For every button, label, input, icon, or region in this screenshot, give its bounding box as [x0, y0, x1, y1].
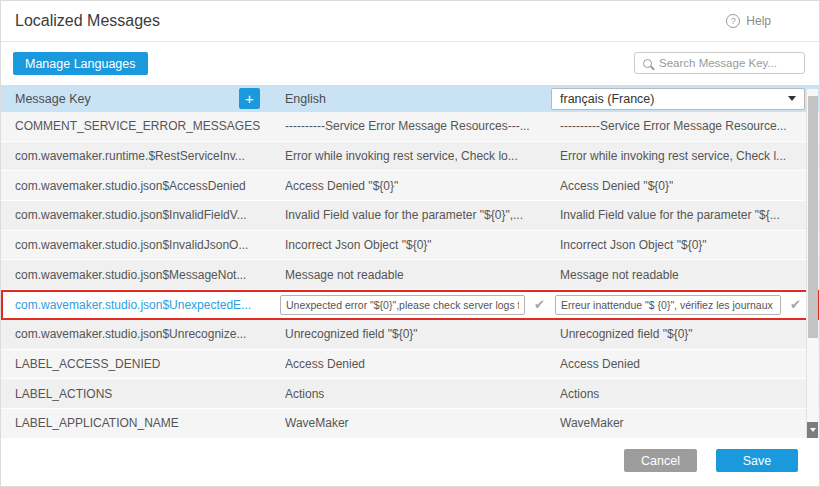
english-value: Message not readable — [285, 268, 404, 282]
table-row[interactable]: com.wavemaker.studio.json$Unrecognize...… — [1, 320, 819, 350]
save-button[interactable]: Save — [716, 449, 798, 472]
message-key: com.wavemaker.studio.json$MessageNot... — [15, 268, 246, 282]
table-header: Message Key + English français (France) — [1, 85, 819, 112]
page-title: Localized Messages — [15, 12, 160, 30]
message-key: com.wavemaker.studio.json$InvalidJsonO..… — [15, 238, 248, 252]
french-value: Incorrect Json Object "${0}" — [560, 238, 707, 252]
language-select[interactable]: français (France) — [551, 88, 805, 110]
message-key: com.wavemaker.studio.json$InvalidFieldV.… — [15, 208, 247, 222]
table-row[interactable]: LABEL_APPLICATION_NAMEWaveMakerWaveMaker — [1, 409, 819, 438]
message-key[interactable]: com.wavemaker.studio.json$UnexpectedE... — [15, 298, 251, 312]
help-label: Help — [746, 14, 771, 28]
french-value: Actions — [560, 387, 599, 401]
titlebar: Localized Messages ? Help — [1, 1, 819, 42]
vertical-scrollbar[interactable] — [806, 89, 818, 438]
table-row[interactable]: COMMENT_SERVICE_ERROR_MESSAGES----------… — [1, 112, 819, 142]
english-value: Invalid Field value for the parameter "$… — [285, 208, 523, 222]
apply-check-icon[interactable]: ✔ — [790, 297, 801, 312]
english-value: Access Denied "${0}" — [285, 179, 398, 193]
english-value: Unrecognized field "${0}" — [285, 327, 418, 341]
help-icon: ? — [726, 14, 740, 28]
chevron-down-icon — [810, 428, 816, 432]
message-key: com.wavemaker.runtime.$RestServiceInv... — [15, 149, 245, 163]
message-key: com.wavemaker.studio.json$Unrecognize... — [15, 327, 246, 341]
chevron-down-icon — [788, 96, 796, 101]
table-row-editing[interactable]: com.wavemaker.studio.json$UnexpectedE...… — [1, 290, 819, 320]
column-header-message-key: Message Key + — [1, 85, 271, 112]
apply-check-icon[interactable]: ✔ — [534, 297, 545, 312]
column-header-language: français (France) — [546, 85, 819, 112]
french-value: Error while invoking rest service, Check… — [560, 149, 786, 163]
messages-table: Message Key + English français (France) … — [1, 85, 819, 438]
search-input[interactable] — [659, 57, 796, 69]
localized-messages-panel: Localized Messages ? Help Manage Languag… — [0, 0, 820, 487]
french-value: WaveMaker — [560, 416, 624, 430]
english-column-label: English — [285, 92, 326, 106]
english-value: Access Denied — [285, 357, 365, 371]
help-link[interactable]: ? Help — [726, 14, 771, 28]
scrollbar-thumb[interactable] — [808, 96, 818, 338]
french-value: Invalid Field value for the parameter "$… — [560, 208, 780, 222]
english-value: Error while invoking rest service, Check… — [285, 149, 518, 163]
english-value: Incorrect Json Object "${0}" — [285, 238, 432, 252]
add-message-key-button[interactable]: + — [239, 88, 260, 109]
french-value: Access Denied "${0}" — [560, 179, 673, 193]
column-header-english: English — [271, 85, 546, 112]
french-value: Access Denied — [560, 357, 640, 371]
table-row[interactable]: com.wavemaker.runtime.$RestServiceInv...… — [1, 142, 819, 172]
french-value: ----------Service Error Message Resource… — [560, 119, 787, 133]
message-key-column-label: Message Key — [15, 92, 91, 106]
table-row[interactable]: com.wavemaker.studio.json$InvalidJsonO..… — [1, 231, 819, 261]
table-body: COMMENT_SERVICE_ERROR_MESSAGES----------… — [1, 112, 819, 438]
table-row[interactable]: com.wavemaker.studio.json$InvalidFieldV.… — [1, 201, 819, 231]
english-value: ----------Service Error Message Resource… — [285, 119, 530, 133]
english-value: WaveMaker — [285, 416, 349, 430]
english-value: Actions — [285, 387, 324, 401]
french-value: Message not readable — [560, 268, 679, 282]
table-row[interactable]: LABEL_ACTIONSActionsActions — [1, 379, 819, 409]
search-icon — [643, 59, 652, 68]
scroll-down-button[interactable] — [807, 422, 818, 438]
french-edit-input[interactable] — [555, 295, 781, 315]
english-edit-input[interactable] — [280, 295, 525, 315]
manage-languages-button[interactable]: Manage Languages — [13, 52, 148, 75]
cancel-button[interactable]: Cancel — [624, 449, 697, 472]
message-key: LABEL_APPLICATION_NAME — [15, 416, 179, 430]
search-box[interactable] — [634, 52, 805, 74]
message-key: LABEL_ACTIONS — [15, 387, 112, 401]
table-row[interactable]: LABEL_ACCESS_DENIEDAccess DeniedAccess D… — [1, 350, 819, 380]
message-key: com.wavemaker.studio.json$AccessDenied — [15, 179, 246, 193]
language-selected-value: français (France) — [560, 92, 654, 106]
table-row[interactable]: com.wavemaker.studio.json$MessageNot...M… — [1, 260, 819, 290]
french-value: Unrecognized field "${0}" — [560, 327, 693, 341]
message-key: COMMENT_SERVICE_ERROR_MESSAGES — [15, 119, 260, 133]
message-key: LABEL_ACCESS_DENIED — [15, 357, 160, 371]
table-row[interactable]: com.wavemaker.studio.json$AccessDeniedAc… — [1, 171, 819, 201]
